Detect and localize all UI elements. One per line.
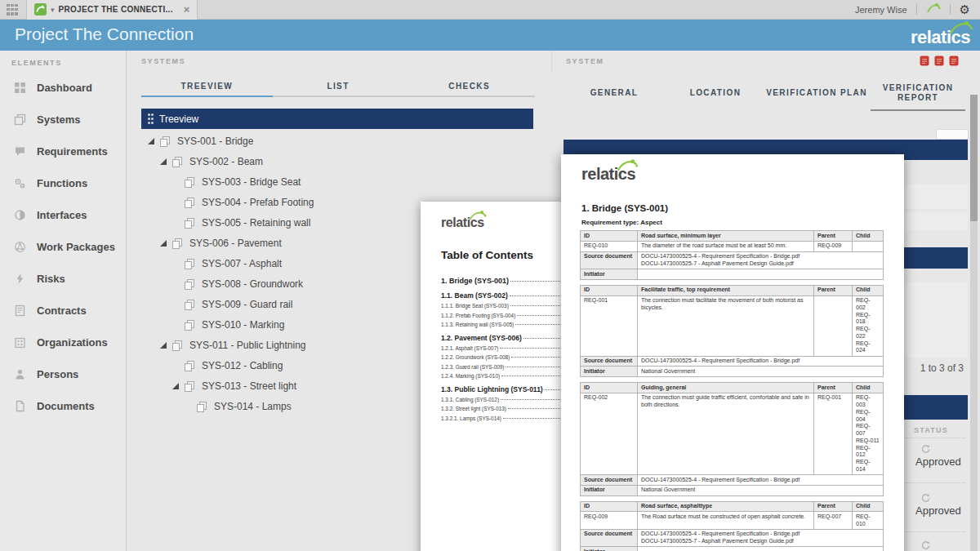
row-divider [905,482,965,483]
workspace-tab[interactable]: ▾ PROJECT THE CONNECTI... × [26,0,198,20]
toc-entry: 1.1.2. Prefab Footing (SYS-004) [441,311,564,321]
user-menu[interactable]: Jeremy Wise [855,5,907,15]
chevron-down-icon[interactable]: ▾ [51,6,55,14]
expand-arrow-icon[interactable] [160,158,167,165]
sidebar-item-label: Risks [37,273,65,285]
tab-list[interactable]: LIST [273,78,404,96]
system-node-icon [185,198,194,207]
initiator-value: National Government [638,485,884,495]
sidebar-item-label: Requirements [37,145,108,158]
system-node-icon [172,340,182,350]
requirement-title: Road surface, minimum layer [638,231,814,242]
sidebar-item-interfaces[interactable]: Interfaces [0,199,126,231]
sidebar-item-organizations[interactable]: Organizations [0,327,126,358]
tree-item[interactable]: SYS-003 - Bridge Seat [141,171,533,192]
sidebar-item-label: Systems [37,113,80,126]
sidebar-item-functions[interactable]: Functions [0,167,126,199]
requirement-table: IDFacilitate traffic, top requirementPar… [580,285,884,377]
divider [916,4,917,15]
status-row: Approved [915,444,961,468]
drag-handle-icon[interactable] [148,113,150,116]
initiator-value [638,547,884,551]
toc-entry: 1.1.1. Bridge Seat (SYS-003) [441,301,564,311]
toc-entry: 1.1. Beam (SYS-002) [441,290,564,301]
risks-icon [14,273,26,285]
pdf-icon[interactable] [949,56,959,66]
requirement-id: REQ-009 [581,512,638,530]
tab-location[interactable]: LOCATION [665,78,766,109]
requirement-table: IDGuiding, generalParentChild REQ-002The… [580,382,884,496]
requirement-description: The connection must guide traffic effici… [638,393,814,474]
expand-arrow-icon[interactable] [160,342,167,349]
expand-arrow-icon[interactable] [148,138,154,144]
sidebar-item-risks[interactable]: Risks [0,263,126,295]
status-column-header: STATUS [914,426,948,434]
gear-icon[interactable]: ⚙ [960,3,970,16]
sidebar-item-persons[interactable]: Persons [0,358,126,390]
tab-verification-plan[interactable]: VERIFICATION PLAN [766,78,867,109]
system-panel-label: SYSTEM [566,57,604,65]
tab-treeview[interactable]: TREEVIEW [141,78,273,96]
system-node-icon [185,218,194,228]
expand-arrow-icon[interactable] [160,240,167,247]
treeview-widget-title: Treeview [159,113,198,125]
tab-verification-report[interactable]: VERIFICATION REPORT [867,78,969,109]
toc-entry: 1.3.2. Street light (SYS-013) [441,404,564,414]
toc-entry: 1.2.2. Groundwork (SYS-008) [441,353,564,362]
row-divider [905,438,965,438]
tab-checks[interactable]: CHECKS [403,78,535,96]
relatics-home-icon[interactable] [926,2,941,17]
system-node-icon [185,381,194,391]
scrollbar-thumb[interactable] [970,95,978,221]
report-heading: 1. Bridge (SYS-001) [581,203,668,213]
initiator-value [638,269,884,280]
requirement-id: REQ-010 [581,241,638,251]
tree-item[interactable]: SYS-001 - Bridge [141,131,533,151]
toc-entry: 1.2.3. Guard rail (SYS-009) [441,362,564,372]
status-change-icon[interactable] [920,540,930,550]
app-grid-icon[interactable] [7,4,18,16]
sidebar-item-work-packages[interactable]: Work Packages [0,231,126,263]
divider [950,4,951,15]
expand-arrow-icon[interactable] [172,383,179,389]
page-title: Project The Connection [15,24,194,44]
system-tab-bar: GENERAL LOCATION VERIFICATION PLAN VERIF… [564,78,969,109]
requirements-icon [14,145,26,158]
documents-icon [14,400,26,412]
status-change-icon[interactable] [920,444,930,454]
system-node-icon [172,157,182,167]
close-icon[interactable]: × [184,3,190,16]
persons-icon [14,368,26,380]
requirement-id: REQ-002 [581,393,638,474]
contracts-icon [14,304,26,317]
system-node-icon [172,238,182,248]
toc-entry: 1.3. Public Lightning (SYS-011) [441,384,564,395]
pdf-icon[interactable] [920,56,929,66]
tab-general[interactable]: GENERAL [564,78,665,109]
relatics-logo: relatics [581,166,635,182]
toc-document-preview: relatics Table of Contents 1. Bridge (SY… [421,202,564,551]
relatics-tab-icon [34,3,47,16]
system-node-icon [185,300,194,309]
form-field[interactable] [936,129,969,140]
sidebar-item-dashboard[interactable]: Dashboard [0,72,126,104]
functions-icon [14,177,26,189]
dashboard-icon [14,82,26,94]
interfaces-icon [14,209,26,221]
sidebar-item-label: Interfaces [37,209,87,221]
source-documents: DOCU-1473000525-4 - Requirement Specific… [638,251,884,269]
system-node-icon [160,136,170,146]
sidebar-item-contracts[interactable]: Contracts [0,295,126,327]
systems-icon [14,113,26,126]
sidebar-item-label: Contracts [37,304,87,317]
workspace-tab-title: PROJECT THE CONNECTI... [59,5,173,14]
status-change-icon[interactable] [920,493,930,503]
sidebar-item-documents[interactable]: Documents [0,390,126,422]
sidebar-item-systems[interactable]: Systems [0,104,126,136]
sidebar-section-label: ELEMENTS [0,51,126,72]
tree-item[interactable]: SYS-002 - Beam [141,151,533,171]
pdf-icon[interactable] [934,56,944,66]
requirement-title: Road surface, asphalttype [638,501,814,512]
sidebar-item-requirements[interactable]: Requirements [0,136,126,167]
toc-entry: 1.3.1. Cabling (SYS-012) [441,395,564,405]
